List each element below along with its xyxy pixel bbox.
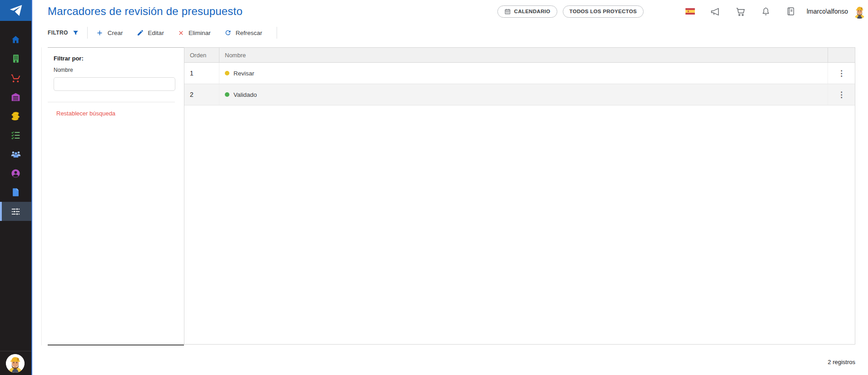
toolbar-divider bbox=[87, 27, 88, 39]
user-avatar[interactable] bbox=[853, 5, 867, 19]
sidebar-divider bbox=[0, 351, 31, 351]
edit-button[interactable]: Editar bbox=[137, 29, 164, 36]
sidebar bbox=[0, 0, 32, 375]
column-header-orden: Orden bbox=[184, 48, 219, 62]
records-count: 2 registros bbox=[828, 359, 855, 365]
table-header-row: Orden Nombre bbox=[184, 48, 855, 63]
cell-nombre: Revisar bbox=[219, 63, 828, 84]
filter-button[interactable]: FILTRO bbox=[48, 30, 79, 36]
sidebar-item-contacts[interactable] bbox=[0, 164, 31, 183]
cell-nombre: Validado bbox=[219, 84, 828, 105]
row-menu-button[interactable]: ⋮ bbox=[835, 89, 848, 100]
sidebar-item-finance[interactable] bbox=[0, 106, 31, 125]
create-button[interactable]: Crear bbox=[96, 29, 123, 37]
sidebar-item-warehouse[interactable] bbox=[0, 87, 31, 106]
filter-panel-divider bbox=[48, 102, 175, 102]
calendar-button-label: CALENDARIO bbox=[514, 9, 551, 14]
sidebar-nav bbox=[0, 30, 31, 221]
app-window: Marcadores de revisión de presupuesto CA… bbox=[0, 0, 868, 375]
status-dot-icon bbox=[225, 71, 229, 75]
status-dot-icon bbox=[225, 92, 229, 97]
sidebar-item-company[interactable] bbox=[0, 49, 31, 68]
refresh-button-label: Refrescar bbox=[236, 30, 263, 36]
plus-icon bbox=[96, 29, 104, 37]
row-menu-button[interactable]: ⋮ bbox=[835, 68, 848, 79]
cell-nombre-label: Validado bbox=[233, 91, 257, 98]
funnel-icon bbox=[72, 30, 79, 36]
toolbar-divider bbox=[277, 27, 277, 39]
name-filter-label: Nombre bbox=[54, 67, 184, 73]
cell-nombre-label: Revisar bbox=[233, 70, 254, 77]
toolbar: FILTRO Crear Editar Eliminar Refrescar bbox=[48, 26, 285, 40]
content-left-border bbox=[41, 47, 42, 345]
refresh-icon bbox=[224, 29, 232, 36]
name-filter-input[interactable] bbox=[54, 77, 175, 91]
calendar-button[interactable]: CALENDARIO bbox=[497, 5, 557, 18]
username-label[interactable]: lmarco\alfonso bbox=[807, 8, 848, 15]
sidebar-item-teams[interactable] bbox=[0, 145, 31, 164]
warehouse-icon bbox=[10, 92, 21, 102]
page-title: Marcadores de revisión de presupuesto bbox=[48, 5, 243, 18]
megaphone-icon[interactable] bbox=[710, 6, 720, 17]
app-logo[interactable] bbox=[0, 0, 31, 21]
cell-actions: ⋮ bbox=[828, 63, 855, 84]
all-projects-button-label: TODOS LOS PROYECTOS bbox=[570, 9, 637, 14]
column-header-actions bbox=[828, 48, 855, 62]
all-projects-button[interactable]: TODOS LOS PROYECTOS bbox=[563, 5, 644, 18]
checklist-icon bbox=[10, 130, 21, 140]
x-icon bbox=[178, 30, 184, 36]
person-circle-icon bbox=[10, 168, 21, 179]
filter-button-label: FILTRO bbox=[48, 30, 68, 36]
people-group-icon bbox=[10, 149, 21, 160]
shopping-cart-icon[interactable] bbox=[735, 6, 746, 17]
ledger-book-icon[interactable] bbox=[786, 6, 796, 16]
cell-orden: 2 bbox=[184, 84, 219, 105]
notifications-bell-icon[interactable] bbox=[761, 6, 771, 16]
delete-button-label: Eliminar bbox=[188, 30, 211, 36]
reset-search-link[interactable]: Restablecer búsqueda bbox=[56, 110, 115, 117]
cell-actions: ⋮ bbox=[828, 84, 855, 105]
spain-flag-icon[interactable] bbox=[685, 8, 695, 15]
document-icon bbox=[11, 187, 21, 197]
coins-icon bbox=[10, 111, 21, 121]
filter-panel-title: Filtrar por: bbox=[54, 55, 184, 62]
header-actions: CALENDARIO TODOS LOS PROYECTOS lmarco\al… bbox=[497, 4, 867, 19]
shopping-cart-icon bbox=[10, 73, 21, 83]
paper-plane-icon bbox=[9, 3, 23, 18]
worker-avatar-icon bbox=[853, 5, 867, 19]
sidebar-item-tasks[interactable] bbox=[0, 125, 31, 145]
sidebar-item-settings[interactable] bbox=[0, 202, 31, 221]
refresh-button[interactable]: Refrescar bbox=[224, 29, 263, 36]
cell-orden: 1 bbox=[184, 63, 219, 84]
sliders-icon bbox=[10, 206, 21, 217]
sidebar-item-home[interactable] bbox=[0, 30, 31, 49]
sidebar-item-documents[interactable] bbox=[0, 183, 31, 202]
calendar-icon bbox=[504, 8, 511, 15]
data-table: Orden Nombre 1 Revisar ⋮ 2 Validado ⋮ bbox=[184, 47, 855, 345]
edit-button-label: Editar bbox=[148, 30, 164, 36]
building-icon bbox=[11, 54, 21, 64]
worker-avatar-icon bbox=[6, 354, 25, 373]
table-row[interactable]: 1 Revisar ⋮ bbox=[184, 63, 855, 84]
pencil-icon bbox=[137, 29, 144, 36]
column-header-nombre: Nombre bbox=[219, 48, 828, 62]
sidebar-user-avatar[interactable] bbox=[6, 354, 25, 373]
table-body: 1 Revisar ⋮ 2 Validado ⋮ bbox=[184, 63, 855, 105]
filter-panel: Filtrar por: Nombre Restablecer búsqueda bbox=[48, 47, 184, 345]
create-button-label: Crear bbox=[108, 30, 123, 36]
sidebar-item-purchases[interactable] bbox=[0, 68, 31, 87]
table-row[interactable]: 2 Validado ⋮ bbox=[184, 84, 855, 105]
main-area: Marcadores de revisión de presupuesto CA… bbox=[32, 0, 868, 375]
home-icon bbox=[10, 35, 21, 45]
delete-button[interactable]: Eliminar bbox=[178, 30, 211, 36]
